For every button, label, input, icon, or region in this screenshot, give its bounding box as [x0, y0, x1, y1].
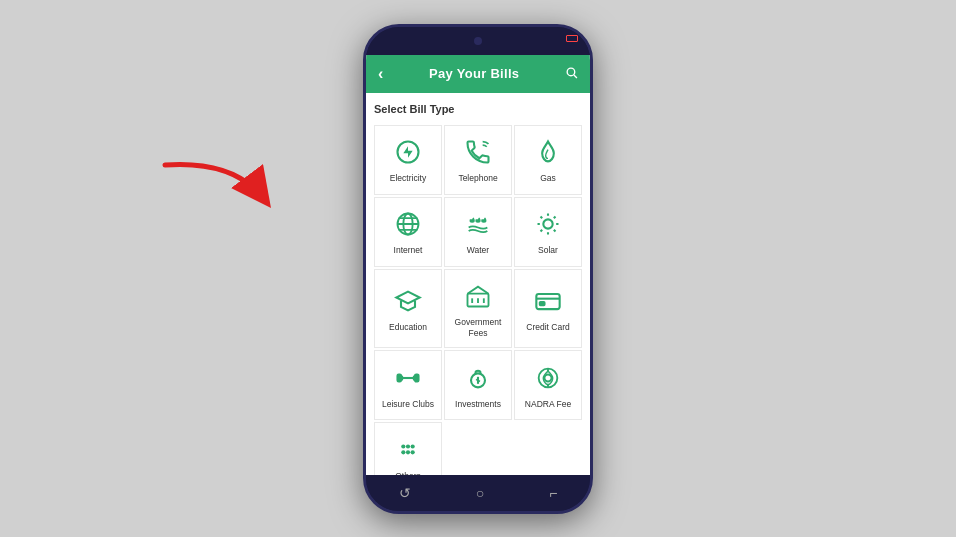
- svg-point-37: [401, 444, 405, 448]
- back-button[interactable]: ‹: [378, 65, 383, 83]
- grid-item-leisure-clubs[interactable]: Leisure Clubs: [374, 350, 442, 420]
- grid-item-water[interactable]: Water: [444, 197, 512, 267]
- app-header: ‹ Pay Your Bills: [366, 55, 590, 93]
- section-title: Select Bill Type: [374, 103, 582, 115]
- credit-card-label: Credit Card: [526, 322, 569, 333]
- water-icon: [462, 208, 494, 240]
- screen: ‹ Pay Your Bills Select Bill Type: [366, 55, 590, 475]
- svg-line-17: [541, 230, 543, 232]
- nav-back-button[interactable]: ↺: [399, 485, 411, 501]
- government-fees-label: Government Fees: [449, 317, 507, 339]
- gas-label: Gas: [540, 173, 556, 184]
- svg-point-41: [406, 450, 410, 454]
- svg-rect-25: [540, 302, 545, 305]
- svg-line-15: [554, 230, 556, 232]
- phone-bottom-nav: ↺ ○ ⌐: [366, 475, 590, 511]
- grid-item-government-fees[interactable]: Government Fees: [444, 269, 512, 348]
- svg-line-2: [574, 74, 577, 77]
- battery-icon: [566, 35, 578, 42]
- grid-item-nadra-fee[interactable]: NADRA Fee: [514, 350, 582, 420]
- grid-item-credit-card[interactable]: Credit Card: [514, 269, 582, 348]
- grid-item-others[interactable]: Others: [374, 422, 442, 475]
- svg-point-34: [545, 374, 552, 381]
- scene: ‹ Pay Your Bills Select Bill Type: [0, 0, 956, 537]
- content-area: Select Bill Type Electricity: [366, 93, 590, 475]
- grid-item-solar[interactable]: Solar: [514, 197, 582, 267]
- phone-frame: ‹ Pay Your Bills Select Bill Type: [363, 24, 593, 514]
- search-icon[interactable]: [565, 66, 578, 82]
- internet-label: Internet: [394, 245, 423, 256]
- grid-item-internet[interactable]: Internet: [374, 197, 442, 267]
- grid-item-telephone[interactable]: Telephone: [444, 125, 512, 195]
- nadra-fee-label: NADRA Fee: [525, 399, 571, 410]
- grid-item-electricity[interactable]: Electricity: [374, 125, 442, 195]
- others-icon: [392, 434, 424, 466]
- svg-point-38: [406, 444, 410, 448]
- nadra-icon: [532, 362, 564, 394]
- telephone-icon: [462, 136, 494, 168]
- svg-point-42: [411, 450, 415, 454]
- header-title: Pay Your Bills: [429, 66, 519, 81]
- education-label: Education: [389, 322, 427, 333]
- svg-rect-28: [400, 376, 402, 380]
- grid-item-investments[interactable]: Investments: [444, 350, 512, 420]
- education-icon: [392, 285, 424, 317]
- solar-icon: [532, 208, 564, 240]
- government-icon: [462, 280, 494, 312]
- svg-line-16: [554, 217, 556, 219]
- svg-rect-30: [414, 376, 416, 380]
- internet-icon: [392, 208, 424, 240]
- camera: [474, 37, 482, 45]
- leisure-clubs-label: Leisure Clubs: [382, 399, 434, 410]
- electricity-icon: [392, 136, 424, 168]
- investments-label: Investments: [455, 399, 501, 410]
- svg-point-40: [401, 450, 405, 454]
- electricity-label: Electricity: [390, 173, 426, 184]
- phone-notch: [366, 27, 590, 55]
- svg-marker-18: [396, 292, 419, 304]
- water-label: Water: [467, 245, 489, 256]
- svg-point-1: [567, 68, 575, 76]
- arrow-indicator: [155, 155, 275, 215]
- svg-line-14: [541, 217, 543, 219]
- bill-type-grid: Electricity Telephone: [374, 125, 582, 475]
- solar-label: Solar: [538, 245, 558, 256]
- grid-item-education[interactable]: Education: [374, 269, 442, 348]
- grid-item-gas[interactable]: Gas: [514, 125, 582, 195]
- investments-icon: [462, 362, 494, 394]
- telephone-label: Telephone: [458, 173, 497, 184]
- gas-icon: [532, 136, 564, 168]
- nav-recent-button[interactable]: ⌐: [549, 485, 557, 501]
- leisure-icon: [392, 362, 424, 394]
- nav-home-button[interactable]: ○: [476, 485, 484, 501]
- svg-point-39: [411, 444, 415, 448]
- credit-card-icon: [532, 285, 564, 317]
- svg-point-9: [543, 220, 552, 229]
